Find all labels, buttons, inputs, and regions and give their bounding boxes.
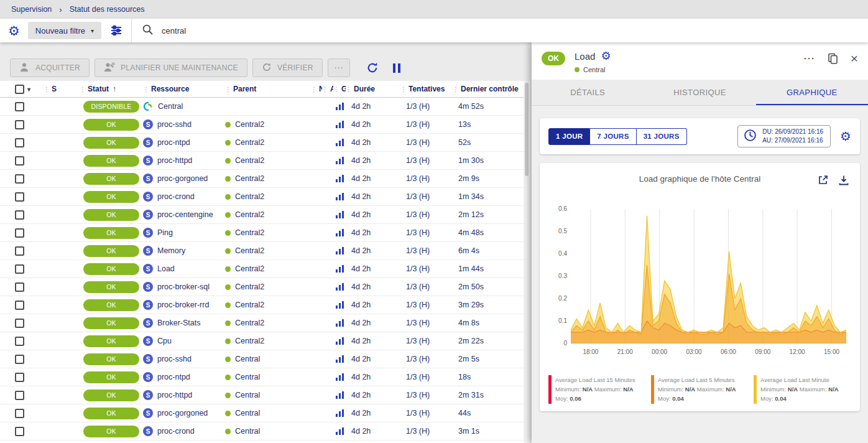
parent-cell[interactable]: Central2 — [225, 337, 311, 345]
column-header-resource[interactable]: ⋮Ressource — [143, 85, 225, 93]
tab-historique[interactable]: HISTORIQUE — [644, 80, 755, 105]
column-header-severity[interactable]: ⋮S — [44, 85, 80, 93]
refresh-button[interactable] — [366, 62, 379, 74]
resource-cell[interactable]: S proc-httpd — [143, 390, 225, 400]
resource-cell[interactable]: S proc-centengine — [143, 210, 225, 220]
search-input[interactable] — [162, 26, 423, 35]
parent-cell[interactable]: Central2 — [225, 174, 311, 183]
table-row[interactable]: OK S proc-crond Central2 4d 2h 1/3 (H) 1… — [0, 188, 524, 206]
graph-icon[interactable] — [335, 373, 344, 381]
row-checkbox[interactable] — [15, 102, 24, 111]
column-header-status[interactable]: ⋮Statut↑ — [80, 85, 143, 93]
download-icon[interactable] — [839, 175, 849, 185]
table-row[interactable]: OK S proc-sshd Central 4d 2h 1/3 (H) 2m … — [0, 350, 524, 368]
column-header-duration[interactable]: ⋮Durée — [346, 85, 400, 93]
parent-cell[interactable]: Central2 — [225, 319, 311, 327]
table-row[interactable]: OK S proc-ntpd Central 4d 2h 1/3 (H) 18s — [0, 368, 524, 386]
panel-more-icon[interactable]: ⋯ — [803, 52, 815, 64]
table-row[interactable]: OK S Load Central2 4d 2h 1/3 (H) 1m 44s — [0, 260, 524, 278]
parent-cell[interactable]: Central2 — [225, 301, 311, 309]
row-checkbox[interactable] — [15, 301, 24, 310]
row-checkbox[interactable] — [15, 373, 24, 382]
parent-cell[interactable]: Central — [225, 355, 311, 363]
parent-cell[interactable]: Central2 — [225, 192, 311, 201]
graph-icon[interactable] — [335, 355, 344, 363]
resource-cell[interactable]: Central — [143, 101, 225, 111]
row-checkbox[interactable] — [15, 391, 24, 400]
time-range-31-jours[interactable]: 31 JOURS — [637, 128, 687, 145]
pause-button[interactable] — [392, 63, 401, 73]
row-checkbox[interactable] — [15, 355, 24, 364]
column-header-last-check[interactable]: ⋮Dernier contrôle — [453, 85, 524, 93]
resource-cell[interactable]: S proc-crond — [143, 426, 225, 436]
resource-cell[interactable]: S proc-broker-sql — [143, 282, 225, 292]
parent-cell[interactable]: Central2 — [225, 120, 311, 129]
row-checkbox[interactable] — [15, 120, 24, 129]
table-row[interactable]: OK S proc-sshd Central2 4d 2h 1/3 (H) 13… — [0, 116, 524, 134]
graph-icon[interactable] — [335, 174, 344, 183]
resource-settings-gear-icon[interactable]: ⚙ — [601, 50, 611, 62]
row-checkbox[interactable] — [15, 246, 24, 256]
time-range-1-jour[interactable]: 1 JOUR — [548, 128, 590, 145]
table-row[interactable]: OK S proc-httpd Central2 4d 2h 1/3 (H) 1… — [0, 152, 524, 170]
table-row[interactable]: OK S Memory Central2 4d 2h 1/3 (H) 6m 4s — [0, 242, 524, 260]
table-scrollbar-thumb[interactable] — [525, 83, 529, 176]
table-row[interactable]: OK S proc-httpd Central 4d 2h 1/3 (H) 2m… — [0, 386, 524, 404]
graph-icon[interactable] — [335, 337, 344, 345]
parent-cell[interactable]: Central2 — [225, 282, 311, 291]
resource-cell[interactable]: S proc-httpd — [143, 156, 225, 166]
row-checkbox[interactable] — [15, 337, 24, 346]
parent-cell[interactable]: Central2 — [225, 138, 311, 147]
row-checkbox[interactable] — [15, 264, 24, 274]
graph-icon[interactable] — [335, 282, 344, 291]
table-row[interactable]: OK S Ping Central2 4d 2h 1/3 (H) 4m 48s — [0, 224, 524, 242]
parent-cell[interactable]: Central2 — [225, 246, 311, 255]
row-checkbox[interactable] — [15, 174, 24, 184]
parent-cell[interactable]: Central — [225, 427, 311, 436]
table-row[interactable]: OK S proc-broker-sql Central2 4d 2h 1/3 … — [0, 278, 524, 296]
parent-cell[interactable]: Central — [225, 391, 311, 399]
parent-cell[interactable]: Central — [225, 409, 311, 417]
column-header-tries[interactable]: ⋮Tentatives — [400, 85, 453, 93]
resource-cell[interactable]: S proc-ntpd — [143, 138, 225, 147]
table-row[interactable]: OK S proc-crond Central 4d 2h 1/3 (H) 3m… — [0, 422, 524, 441]
graph-icon[interactable] — [335, 264, 344, 273]
resource-cell[interactable]: S Load — [143, 264, 225, 274]
tab-détails[interactable]: DÉTAILS — [532, 80, 644, 105]
table-row[interactable]: DISPONIBLE Central 4d 2h 1/3 (H) 4m 52s — [0, 98, 524, 116]
select-all-checkbox[interactable] — [15, 85, 24, 94]
graph-icon[interactable] — [335, 120, 344, 129]
resource-cell[interactable]: S Memory — [143, 246, 225, 256]
row-checkbox[interactable] — [15, 210, 24, 220]
resource-cell[interactable]: S proc-gorgoned — [143, 174, 225, 184]
graph-icon[interactable] — [335, 156, 344, 165]
graph-icon[interactable] — [335, 409, 344, 417]
row-checkbox[interactable] — [15, 319, 24, 328]
filter-settings-gear-icon[interactable]: ⚙ — [8, 24, 20, 37]
resource-cell[interactable]: S proc-crond — [143, 192, 225, 202]
resource-cell[interactable]: S proc-sshd — [143, 119, 225, 129]
row-checkbox[interactable] — [15, 409, 24, 418]
parent-cell[interactable]: Central — [225, 373, 311, 381]
row-checkbox[interactable] — [15, 138, 24, 147]
check-button[interactable]: VÉRIFIER — [252, 58, 323, 77]
more-actions-button[interactable]: ⋯ — [328, 58, 350, 77]
breadcrumb-item-supervision[interactable]: Supervision — [11, 5, 52, 14]
date-range-picker[interactable]: DU: 26/09/2021 16:16 AU: 27/09/2021 16:1… — [737, 125, 831, 147]
row-checkbox[interactable] — [15, 156, 24, 166]
table-row[interactable]: OK S proc-broker-rrd Central2 4d 2h 1/3 … — [0, 296, 524, 314]
plan-maintenance-button[interactable]: PLANIFIER UNE MAINTENANCE — [95, 58, 247, 77]
resource-cell[interactable]: S Broker-Stats — [143, 318, 225, 328]
resource-cell[interactable]: S proc-sshd — [143, 354, 225, 364]
parent-cell[interactable]: Central2 — [225, 264, 311, 273]
graph-settings-gear-icon[interactable]: ⚙ — [840, 130, 851, 142]
row-checkbox[interactable] — [15, 282, 24, 292]
column-header-notification[interactable]: ⋮N — [311, 85, 322, 93]
close-panel-icon[interactable]: × — [851, 52, 858, 65]
table-row[interactable]: OK S proc-centengine Central2 4d 2h 1/3 … — [0, 206, 524, 224]
column-header-graph[interactable]: ⋮G — [333, 85, 346, 93]
graph-icon[interactable] — [335, 246, 344, 255]
selection-menu-caret-icon[interactable]: ▾ — [27, 86, 30, 93]
table-row[interactable]: OK S Cpu Central2 4d 2h 1/3 (H) 2m 22s — [0, 332, 524, 350]
table-row[interactable]: OK S proc-ntpd Central2 4d 2h 1/3 (H) 52… — [0, 134, 524, 152]
